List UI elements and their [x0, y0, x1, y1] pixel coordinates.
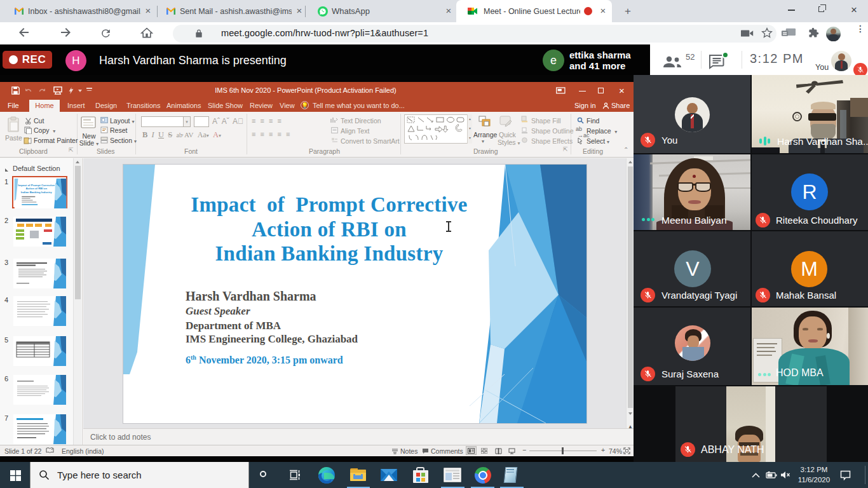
- svg-text:Impact of Prompt Corrective: Impact of Prompt Corrective: [18, 184, 55, 187]
- svg-text:Action of RBI on: Action of RBI on: [25, 187, 47, 190]
- svg-text:Indian Banking Industry: Indian Banking Industry: [21, 191, 53, 194]
